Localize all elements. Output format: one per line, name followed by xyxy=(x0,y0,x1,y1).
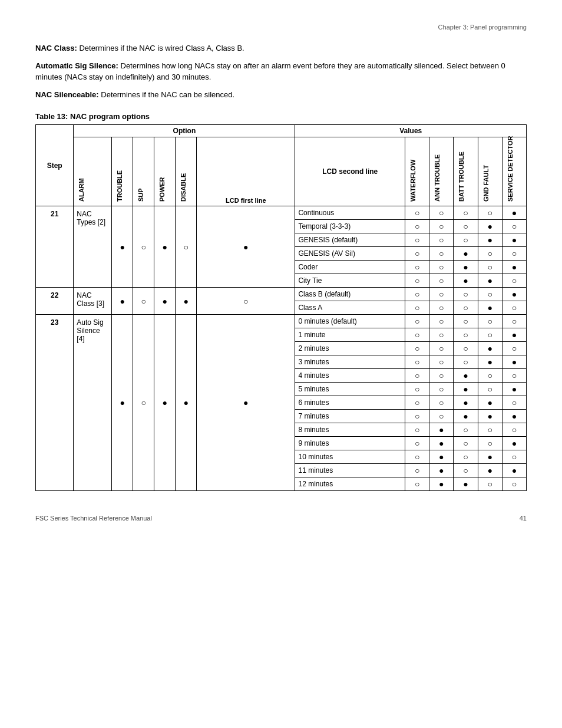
svc-value-cell: ● xyxy=(502,261,526,274)
batt-value-cell: ○ xyxy=(454,315,478,328)
batt-value-cell: ● xyxy=(454,274,478,288)
gnd-value-cell: ● xyxy=(478,450,502,464)
gnd-value-cell: ○ xyxy=(478,288,502,301)
batt-value-cell: ○ xyxy=(454,220,478,233)
sup-header: SUP xyxy=(133,137,154,206)
lcd-second-cell: Class B (default) xyxy=(295,288,405,301)
batt-value-cell: ● xyxy=(454,383,478,396)
sub-header-row: ALARM TROUBLE SUP POWER DISABLE LCD firs… xyxy=(36,137,527,206)
gnd-value-cell: ● xyxy=(478,233,502,247)
page-footer: FSC Series Technical Reference Manual 41 xyxy=(35,515,527,522)
nac-silenceable-text: Determines if the NAC can be silenced. xyxy=(99,90,235,99)
batt-value-cell: ○ xyxy=(454,206,478,220)
disable-cell: ● xyxy=(197,315,295,491)
table-title: Table 13: NAC program options xyxy=(35,112,527,121)
table-row: 22NAC Class [3]●○●●○Class B (default)○○○… xyxy=(36,288,527,301)
power-cell: ○ xyxy=(176,206,197,288)
lcd-second-cell: City Tie xyxy=(295,274,405,288)
gnd-value-cell: ○ xyxy=(478,315,502,328)
ann-value-cell: ● xyxy=(429,477,454,491)
svc-value-cell: ● xyxy=(502,288,526,301)
batt-value-cell: ○ xyxy=(454,301,478,315)
power-cell: ● xyxy=(176,315,197,491)
wf-value-cell: ○ xyxy=(405,410,429,423)
lcd-second-cell: Continuous xyxy=(295,206,405,220)
batt-value-cell: ○ xyxy=(454,355,478,369)
step-cell: 21 xyxy=(36,206,74,288)
wf-value-cell: ○ xyxy=(405,288,429,301)
wf-value-cell: ○ xyxy=(405,383,429,396)
batt-value-cell: ● xyxy=(454,261,478,274)
wf-value-cell: ○ xyxy=(405,301,429,315)
alarm-cell: ● xyxy=(112,206,133,288)
batt-value-cell: ● xyxy=(454,477,478,491)
nac-silenceable-paragraph: NAC Silenceable: Determines if the NAC c… xyxy=(35,89,527,101)
batt-value-cell: ○ xyxy=(454,464,478,477)
option-header: Option xyxy=(74,125,295,137)
chapter-reference: Chapter 3: Panel programming xyxy=(35,24,527,31)
ann-value-cell: ○ xyxy=(429,233,454,247)
lcd-second-header: LCD second line xyxy=(295,137,405,206)
svc-value-cell: ○ xyxy=(502,247,526,261)
ann-value-cell: ○ xyxy=(429,274,454,288)
lcd-second-cell: 1 minute xyxy=(295,328,405,342)
svc-value-cell: ○ xyxy=(502,342,526,355)
wf-value-cell: ○ xyxy=(405,328,429,342)
wf-value-cell: ○ xyxy=(405,206,429,220)
wf-value-cell: ○ xyxy=(405,369,429,383)
option-label-cell: NAC Types [2] xyxy=(74,206,112,288)
disable-header: DISABLE xyxy=(176,137,197,206)
batt-header: BATT TROUBLE xyxy=(454,137,478,206)
lcd-second-cell: 10 minutes xyxy=(295,450,405,464)
values-header: Values xyxy=(295,125,527,137)
option-label-cell: NAC Class [3] xyxy=(74,288,112,315)
batt-value-cell: ○ xyxy=(454,437,478,450)
gnd-value-cell: ● xyxy=(478,274,502,288)
table-row: 23Auto Sig Silence [4]●○●●●0 minutes (de… xyxy=(36,315,527,328)
trouble-cell: ○ xyxy=(133,288,154,315)
gnd-value-cell: ○ xyxy=(478,383,502,396)
batt-value-cell: ○ xyxy=(454,423,478,437)
ann-value-cell: ○ xyxy=(429,328,454,342)
gnd-value-cell: ○ xyxy=(478,477,502,491)
trouble-header: TROUBLE xyxy=(112,137,133,206)
svc-value-cell: ● xyxy=(502,328,526,342)
ann-value-cell: ○ xyxy=(429,369,454,383)
gnd-value-cell: ○ xyxy=(478,437,502,450)
gnd-value-cell: ○ xyxy=(478,328,502,342)
alarm-header: ALARM xyxy=(74,137,112,206)
gnd-value-cell: ● xyxy=(478,410,502,423)
ann-header: ANN TROUBLE xyxy=(429,137,454,206)
svc-value-cell: ● xyxy=(502,464,526,477)
svc-value-cell: ○ xyxy=(502,450,526,464)
lcd-second-cell: 5 minutes xyxy=(295,383,405,396)
gnd-header: GND FAULT xyxy=(478,137,502,206)
ann-value-cell: ● xyxy=(429,423,454,437)
lcd-second-cell: 9 minutes xyxy=(295,437,405,450)
sup-cell: ● xyxy=(154,206,176,288)
batt-value-cell: ○ xyxy=(454,450,478,464)
batt-value-cell: ○ xyxy=(454,233,478,247)
svc-value-cell: ○ xyxy=(502,423,526,437)
wf-value-cell: ○ xyxy=(405,423,429,437)
svc-value-cell: ○ xyxy=(502,315,526,328)
gnd-value-cell: ○ xyxy=(478,369,502,383)
lcd-second-cell: 6 minutes xyxy=(295,396,405,410)
nac-program-options-table: Step Option Values ALARM TROUBLE SUP POW… xyxy=(35,124,527,491)
trouble-cell: ○ xyxy=(133,206,154,288)
lcd-second-cell: 3 minutes xyxy=(295,355,405,369)
batt-value-cell: ○ xyxy=(454,342,478,355)
nac-class-bold: NAC Class: xyxy=(35,44,77,52)
ann-value-cell: ● xyxy=(429,464,454,477)
ann-value-cell: ○ xyxy=(429,206,454,220)
ann-value-cell: ○ xyxy=(429,315,454,328)
footer-left: FSC Series Technical Reference Manual xyxy=(35,515,152,522)
wf-value-cell: ○ xyxy=(405,220,429,233)
power-header: POWER xyxy=(154,137,176,206)
ann-value-cell: ○ xyxy=(429,261,454,274)
lcd-second-cell: 2 minutes xyxy=(295,342,405,355)
lcd-second-cell: 7 minutes xyxy=(295,410,405,423)
lcd-second-cell: 12 minutes xyxy=(295,477,405,491)
svc-value-cell: ● xyxy=(502,410,526,423)
ann-value-cell: ● xyxy=(429,450,454,464)
